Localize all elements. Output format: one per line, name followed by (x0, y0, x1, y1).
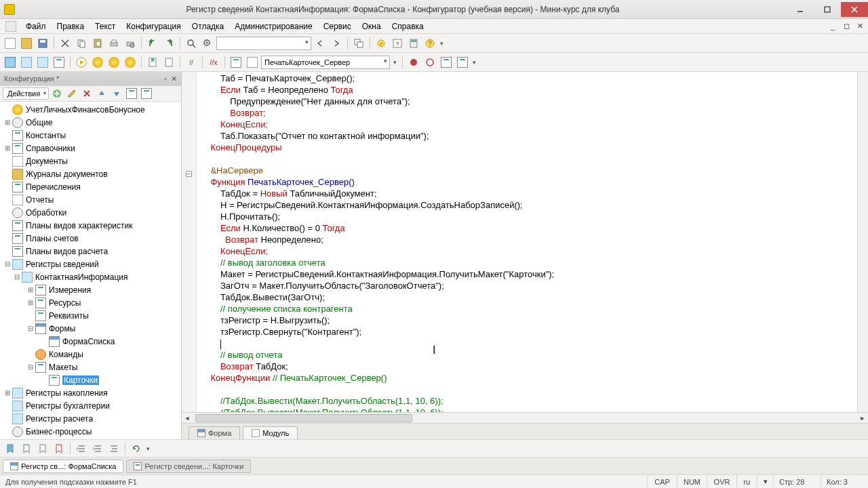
close-button[interactable] (841, 2, 868, 17)
syntax-check-button[interactable]: ✓ (374, 36, 389, 51)
system-menu-icon[interactable] (5, 21, 16, 32)
tree-enums[interactable]: Перечисления (26, 182, 81, 192)
menu-text[interactable]: Текст (90, 20, 121, 33)
menu-configuration[interactable]: Конфигурация (121, 20, 186, 33)
breakpoint-add-button[interactable] (406, 55, 421, 70)
run-button[interactable] (74, 55, 89, 70)
tree-acc-plans[interactable]: Планы счетов (26, 234, 79, 243)
search-back-button[interactable] (313, 36, 328, 51)
copy-button[interactable] (74, 36, 89, 51)
tree-contact-info[interactable]: КонтактнаяИнформация (35, 272, 127, 282)
undo-button[interactable] (145, 36, 160, 51)
minimize-button[interactable] (787, 2, 814, 17)
tree-actions-button[interactable]: Действия (3, 87, 49, 100)
scroll-left-icon[interactable]: ◄ (182, 413, 193, 424)
bm-clear-button[interactable] (52, 441, 66, 456)
tree-common[interactable]: Общие (26, 118, 52, 127)
menu-service[interactable]: Сервис (318, 20, 357, 33)
tree-info-regs[interactable]: Регистры сведений (26, 260, 99, 269)
tree-attributes[interactable]: Реквизиты (49, 311, 89, 321)
tree-forms[interactable]: Формы (49, 324, 75, 333)
refresh-button[interactable] (129, 441, 144, 456)
bookmark-button[interactable] (145, 55, 160, 70)
breakpoint-list-button[interactable] (439, 55, 454, 70)
format-block-button[interactable] (106, 441, 121, 456)
maximize-button[interactable] (814, 2, 841, 17)
bookmark-next-button[interactable] (161, 55, 176, 70)
db-button[interactable] (19, 55, 34, 70)
mdi-minimize-icon[interactable]: _ (827, 21, 838, 32)
redo-button[interactable] (161, 36, 176, 51)
tree-down-button[interactable] (110, 87, 123, 100)
uncomment-button[interactable]: //x (206, 55, 221, 70)
indent-dec-button[interactable] (74, 441, 89, 456)
bm-next-button[interactable] (19, 441, 34, 456)
doc-tab-form[interactable]: Регистр св...: ФормаСписка (3, 460, 123, 473)
tree-reports[interactable]: Отчеты (26, 195, 54, 205)
tree-delete-button[interactable] (80, 87, 94, 100)
tree-calc-plans[interactable]: Планы видов расчета (26, 247, 108, 256)
open-button[interactable] (19, 36, 34, 51)
windows-button[interactable] (351, 36, 366, 51)
indent-inc-button[interactable] (90, 441, 105, 456)
breakpoint-remove-button[interactable] (455, 55, 470, 70)
tree-filter-button[interactable] (140, 87, 153, 100)
tree-book-regs[interactable]: Регистры бухгалтерии (26, 401, 110, 411)
print-preview-button[interactable] (123, 36, 138, 51)
scroll-thumb[interactable] (195, 414, 412, 422)
procedure-selector[interactable] (261, 56, 390, 69)
tree-dimensions[interactable]: Измерения (49, 285, 91, 295)
breakpoint-toggle-button[interactable] (422, 55, 437, 70)
panel-pin-icon[interactable]: ▫ (164, 75, 167, 83)
status-lang-icon[interactable]: ▾ (757, 475, 773, 488)
menu-help[interactable]: Справка (387, 20, 429, 33)
tree-edit-button[interactable] (65, 87, 79, 100)
menu-debug[interactable]: Отладка (186, 20, 229, 33)
paste-button[interactable] (90, 36, 105, 51)
menu-file[interactable]: Файл (20, 20, 52, 33)
comment-button[interactable]: // (184, 55, 199, 70)
tree-catalogs[interactable]: Справочники (26, 144, 75, 153)
search-combo[interactable] (216, 37, 311, 50)
scroll-right-icon[interactable]: ► (857, 413, 868, 424)
bm-prev-button[interactable] (35, 441, 50, 456)
zoom-button[interactable] (200, 36, 215, 51)
doc-tab-cards[interactable]: Регистр сведени...: Карточки (126, 460, 251, 473)
config-button[interactable] (3, 55, 18, 70)
fold-icon[interactable]: − (186, 171, 192, 177)
menu-windows[interactable]: Окна (357, 20, 387, 33)
step-out-button[interactable] (123, 55, 138, 70)
tree-templates[interactable]: Макеты (49, 363, 78, 372)
syntax-help-button[interactable]: ? (390, 36, 405, 51)
tree-up-button[interactable] (95, 87, 108, 100)
tree-accum-regs[interactable]: Регистры накопления (26, 388, 108, 398)
config-tree[interactable]: УчетЛичныхФинансовБонусное ⊞Общие Конста… (0, 102, 181, 439)
menu-edit[interactable]: Правка (52, 20, 90, 33)
calculator-button[interactable] (406, 36, 421, 51)
print-button[interactable] (106, 36, 121, 51)
help-button[interactable]: ? (422, 36, 437, 51)
tree-cards[interactable]: Карточки (62, 375, 99, 385)
tree-root[interactable]: УчетЛичныхФинансовБонусное (26, 105, 145, 115)
tree-sort-button[interactable] (125, 87, 138, 100)
tree-biz-proc[interactable]: Бизнес-процессы (26, 427, 92, 436)
code-editor[interactable]: − Таб = ПечатьКарточек_Сервер(); Если Та… (182, 72, 857, 412)
tree-calc-regs[interactable]: Регистры расчета (26, 414, 93, 424)
cut-button[interactable] (58, 36, 73, 51)
tree-char-plans[interactable]: Планы видов характеристик (26, 221, 132, 230)
tree-dataproc[interactable]: Обработки (26, 208, 66, 218)
editor-v-scrollbar[interactable] (857, 72, 868, 412)
search-forward-button[interactable] (329, 36, 344, 51)
tab-module[interactable]: Модуль (243, 426, 298, 439)
goto-line-button[interactable] (229, 55, 243, 70)
menu-admin[interactable]: Администрирование (229, 20, 317, 33)
save-button[interactable] (35, 36, 50, 51)
tree-journals[interactable]: Журналы документов (26, 169, 108, 179)
find-button[interactable] (184, 36, 199, 51)
step-button[interactable] (90, 55, 105, 70)
format-button[interactable] (245, 55, 260, 70)
mdi-close-icon[interactable]: ✕ (854, 21, 865, 32)
tree-add-button[interactable] (50, 87, 64, 100)
tree-form-list[interactable]: ФормаСписка (62, 337, 115, 346)
tree-commands[interactable]: Команды (49, 350, 83, 359)
